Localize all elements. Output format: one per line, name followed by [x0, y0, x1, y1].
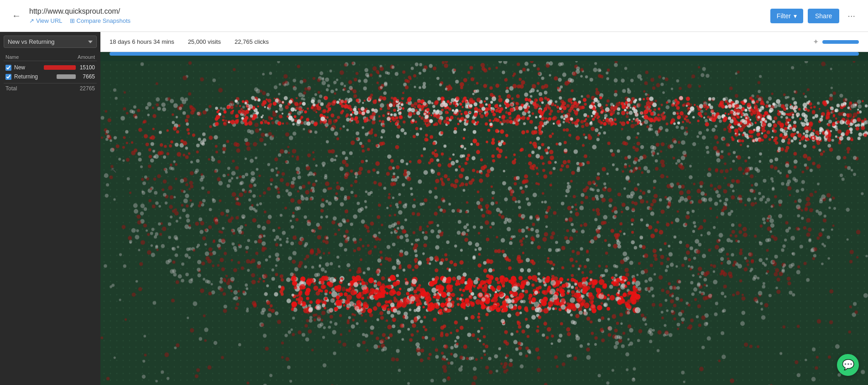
legend-row-returning: Returning 7665: [4, 72, 97, 81]
back-button[interactable]: ←: [9, 9, 24, 23]
more-button[interactable]: ···: [844, 9, 859, 23]
legend-row-new: New 15100: [4, 63, 97, 72]
clicks-stat: 22,765 clicks: [235, 38, 269, 45]
name-col-header: Name: [5, 54, 19, 60]
url-text: http://www.quicksprout.com/: [29, 7, 770, 16]
legend-table: Name Amount New 15100 Returning 7665 Tot…: [4, 53, 97, 93]
returning-amount: 7665: [78, 73, 95, 80]
heatmap-area: [100, 52, 868, 385]
visits-stat: 25,000 visits: [188, 38, 221, 45]
duration-stat: 18 days 6 hours 34 mins: [110, 38, 174, 45]
stats-bar: 18 days 6 hours 34 mins 25,000 visits 22…: [100, 32, 868, 52]
legend-table-header: Name Amount: [4, 53, 97, 61]
scrollbar-track[interactable]: [110, 52, 859, 56]
segment-select[interactable]: New vs Returning: [4, 36, 97, 48]
returning-bar: [57, 74, 76, 79]
brightness-icon: ✦: [813, 37, 819, 46]
url-section: http://www.quicksprout.com/ ↗ View URL ⊞…: [29, 7, 770, 24]
new-checkbox[interactable]: [5, 65, 11, 71]
view-url-link[interactable]: ↗ View URL: [29, 17, 63, 24]
share-button[interactable]: Share: [808, 9, 839, 23]
returning-label: Returning: [14, 73, 54, 80]
amount-col-header: Amount: [78, 54, 95, 60]
stats-info: 18 days 6 hours 34 mins 25,000 visits 22…: [110, 38, 269, 45]
total-label: Total: [5, 85, 17, 92]
compare-icon: ⊞: [70, 17, 75, 24]
scrollbar-thumb[interactable]: [110, 52, 859, 56]
new-label: New: [14, 64, 41, 71]
legend-total-row: Total 22765: [4, 83, 97, 93]
legend-area: ✦: [813, 37, 859, 46]
legend-gradient-bar: [822, 40, 859, 44]
total-amount: 22765: [80, 85, 95, 92]
top-bar: ← http://www.quicksprout.com/ ↗ View URL…: [0, 0, 868, 32]
chat-button[interactable]: 💬: [837, 354, 859, 376]
heatmap-dots-canvas: [100, 61, 868, 385]
url-links: ↗ View URL ⊞ Compare Snapshots: [29, 17, 770, 24]
external-link-icon: ↗: [29, 17, 34, 24]
chat-icon: 💬: [842, 359, 854, 371]
sidebar: New vs Returning Name Amount New 15100 R…: [0, 32, 100, 385]
returning-checkbox[interactable]: [5, 74, 11, 80]
filter-button[interactable]: Filter ▾: [770, 9, 803, 23]
new-bar: [44, 65, 76, 70]
top-actions: Filter ▾ Share ···: [770, 9, 859, 23]
compare-snapshots-link[interactable]: ⊞ Compare Snapshots: [70, 17, 131, 24]
new-amount: 15100: [78, 64, 95, 71]
